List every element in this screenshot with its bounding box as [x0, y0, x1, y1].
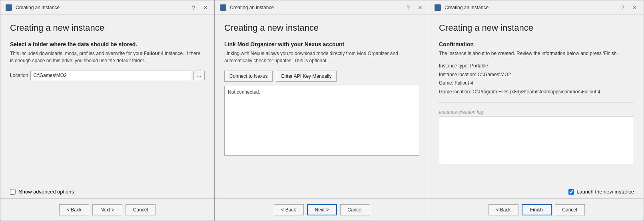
title-bar-2: Creating an instance ? ✕	[215, 0, 429, 15]
location-label: Location	[10, 73, 28, 78]
nexus-status-box: Not connected.	[224, 86, 419, 156]
confirm-info: Instance type: Portable Instance locatio…	[439, 62, 634, 103]
nexus-buttons: Connect to Nexus Enter API Key Manually	[224, 71, 419, 82]
close-button-3[interactable]: ✕	[631, 5, 639, 10]
dialog-footer-1: < Back Next > Cancel	[0, 198, 214, 221]
title-bar-text-1: Creating an instance	[16, 5, 60, 10]
game-info: Game: Fallout 4	[439, 79, 634, 88]
launch-check-row: Launch the new instance	[568, 189, 634, 195]
launch-instance-label: Launch the new instance	[576, 189, 634, 195]
section-title-3: Confirmation	[439, 41, 634, 47]
log-box	[439, 116, 634, 164]
confirm-desc: The instance is about to be created. Rev…	[439, 50, 634, 57]
dialog-footer-2: < Back Next > Cancel	[215, 198, 429, 221]
app-icon-3	[434, 4, 441, 11]
back-button-1[interactable]: < Back	[59, 204, 89, 215]
connect-to-nexus-button[interactable]: Connect to Nexus	[224, 71, 273, 82]
dialog-body-1: Creating a new instance Select a folder …	[0, 15, 214, 198]
help-button-2[interactable]: ?	[405, 5, 411, 10]
title-bar-1: Creating an instance ? ✕	[0, 0, 214, 15]
cancel-button-3[interactable]: Cancel	[555, 204, 585, 215]
desc-before: This includes downloads, mods, profiles …	[10, 51, 144, 56]
dialog-heading-1: Creating a new instance	[10, 23, 205, 33]
section-title-2: Link Mod Organizer with your Nexus accou…	[224, 41, 419, 47]
title-bar-text-3: Creating an instance	[445, 5, 488, 10]
browse-button[interactable]: ...	[193, 71, 205, 80]
dialog-body-2: Creating a new instance Link Mod Organiz…	[215, 15, 429, 198]
dialog-3: Creating an instance ? ✕ Creating a new …	[429, 0, 644, 221]
location-input[interactable]	[30, 71, 191, 80]
instance-type-info: Instance type: Portable	[439, 62, 634, 71]
cancel-button-2[interactable]: Cancel	[340, 204, 370, 215]
title-bar-left-3: Creating an instance	[434, 4, 488, 11]
game-location-info: Game location: C:\Program Files (x86)\St…	[439, 88, 634, 97]
instance-location-info: Instance location: C:\Games\MO2	[439, 71, 634, 79]
advanced-options-checkbox[interactable]	[10, 189, 16, 195]
launch-instance-checkbox[interactable]	[568, 189, 574, 195]
finish-button[interactable]: Finish	[522, 204, 552, 215]
app-icon	[5, 4, 12, 11]
help-button-1[interactable]: ?	[190, 5, 197, 10]
log-label: Instance creation log	[439, 109, 634, 115]
desc-bold: Fallout 4	[144, 51, 163, 56]
section-desc-2: Linking with Nexus allows you to downloa…	[224, 50, 419, 64]
title-bar-left-1: Creating an instance	[5, 4, 60, 11]
next-button-1[interactable]: Next >	[92, 204, 122, 215]
dialog-heading-3: Creating a new instance	[439, 23, 634, 33]
title-bar-text-2: Creating an instance	[230, 5, 274, 10]
title-bar-left-2: Creating an instance	[219, 4, 274, 11]
title-bar-controls-1: ? ✕	[190, 5, 209, 10]
back-button-3[interactable]: < Back	[488, 204, 518, 215]
nexus-status-text: Not connected.	[228, 89, 260, 95]
advanced-options-row: Show advanced options	[10, 189, 74, 195]
dialog-body-3: Creating a new instance Confirmation The…	[429, 15, 644, 198]
close-button-1[interactable]: ✕	[201, 5, 209, 10]
cancel-button-1[interactable]: Cancel	[126, 204, 156, 215]
close-button-2[interactable]: ✕	[416, 5, 424, 10]
section-desc-1: This includes downloads, mods, profiles …	[10, 50, 205, 64]
title-bar-controls-2: ? ✕	[405, 5, 424, 10]
back-button-2[interactable]: < Back	[274, 204, 304, 215]
title-bar-3: Creating an instance ? ✕	[429, 0, 644, 15]
title-bar-controls-3: ? ✕	[620, 5, 639, 10]
next-button-2[interactable]: Next >	[307, 204, 337, 215]
dialog-footer-3: < Back Finish Cancel	[429, 198, 644, 221]
location-row: Location ...	[10, 71, 205, 80]
advanced-options-label: Show advanced options	[19, 189, 74, 195]
help-button-3[interactable]: ?	[620, 5, 626, 10]
dialog-2: Creating an instance ? ✕ Creating a new …	[215, 0, 429, 221]
app-icon-2	[219, 4, 227, 11]
dialog-1: Creating an instance ? ✕ Creating a new …	[0, 0, 215, 221]
dialog-heading-2: Creating a new instance	[224, 23, 419, 33]
api-key-button[interactable]: Enter API Key Manually	[276, 71, 337, 82]
section-title-1: Select a folder where the data should be…	[10, 41, 205, 47]
